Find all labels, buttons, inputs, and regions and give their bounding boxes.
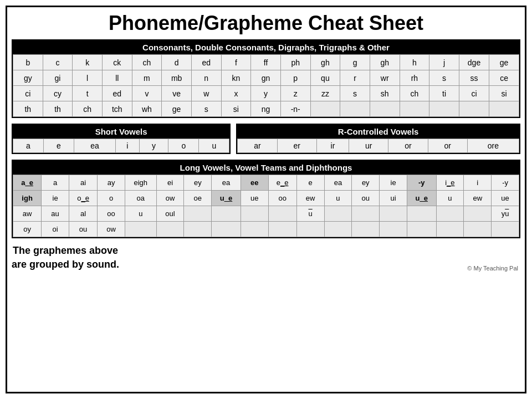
consonant-cell: si <box>221 101 251 117</box>
long-vowel-cell <box>492 222 519 237</box>
long-vowel-cell: o_e <box>69 191 97 206</box>
copyright: © My Teaching Pal <box>467 265 520 272</box>
consonant-cell <box>429 101 459 117</box>
consonant-cell: wh <box>132 101 162 117</box>
consonants-section: Consonants, Double Consonants, Digraphs,… <box>12 39 520 118</box>
consonant-cell: ng <box>251 101 281 117</box>
long-vowel-cell <box>464 206 492 222</box>
consonant-cell: d <box>162 55 192 70</box>
long-vowel-cell <box>380 206 407 222</box>
long-vowel-cell: oo <box>98 206 125 222</box>
consonant-cell: ce <box>489 70 519 86</box>
long-vowel-cell <box>296 222 324 237</box>
consonant-cell: f <box>221 55 251 70</box>
long-vowel-cell: ie <box>380 175 407 191</box>
short-vowel-cell: a <box>13 139 44 153</box>
consonant-cell: ed <box>102 86 132 101</box>
long-vowel-cell <box>324 206 352 222</box>
long-vowel-cell: ew <box>464 191 492 206</box>
long-vowel-cell: ea <box>324 175 352 191</box>
r-controlled-cell: ir <box>316 139 349 153</box>
consonants-grid: bckckchdedfffphghgghhjdgegegygilllmmbnkn… <box>13 54 519 117</box>
long-vowel-cell: ie <box>42 191 69 206</box>
short-vowel-cell: o <box>168 139 199 153</box>
long-vowel-cell: igh <box>13 191 42 206</box>
consonant-cell: dge <box>459 55 489 70</box>
long-vowel-cell: ue <box>492 191 519 206</box>
long-vowel-cell <box>268 206 296 222</box>
consonant-cell: ve <box>162 86 192 101</box>
consonant-cell: tch <box>102 101 132 117</box>
long-vowel-cell <box>212 206 241 222</box>
long-vowel-cell: oe <box>184 191 212 206</box>
consonant-cell: s <box>340 86 370 101</box>
consonant-cell: gh <box>370 55 400 70</box>
consonant-cell: ss <box>459 70 489 86</box>
short-vowels-section: Short Vowels aeeaiyou <box>12 124 231 154</box>
long-vowel-cell: u <box>125 206 156 222</box>
long-vowel-cell: ai <box>69 175 97 191</box>
consonant-cell: ck <box>102 55 132 70</box>
long-vowel-cell: e_e <box>268 175 296 191</box>
long-vowel-cell: ow <box>156 191 184 206</box>
long-vowel-cell: al <box>69 206 97 222</box>
short-vowels-header: Short Vowels <box>13 125 229 139</box>
long-vowel-cell <box>352 206 380 222</box>
consonant-cell: ph <box>280 55 310 70</box>
consonant-cell: s <box>429 70 459 86</box>
long-vowel-cell: ea <box>212 175 241 191</box>
consonant-cell: th <box>13 101 43 117</box>
long-vowel-cell <box>241 206 268 222</box>
consonant-cell: ch <box>132 55 162 70</box>
long-vowel-cell <box>125 222 156 237</box>
long-vowel-cell: oa <box>125 191 156 206</box>
long-vowel-cell: a_e <box>13 175 42 191</box>
main-title: Phoneme/Grapheme Cheat Sheet <box>12 12 520 35</box>
consonant-cell <box>310 101 340 117</box>
long-vowel-cell: ei <box>156 175 184 191</box>
short-vowel-cell: y <box>139 139 168 153</box>
consonants-header: Consonants, Double Consonants, Digraphs,… <box>13 40 519 54</box>
consonant-cell: p <box>280 70 310 86</box>
long-vowel-cell: eigh <box>125 175 156 191</box>
consonant-cell <box>459 101 489 117</box>
long-vowels-section: Long Vowels, Vowel Teams and Diphthongs … <box>12 160 520 238</box>
long-vowel-cell: -y <box>407 175 436 191</box>
long-vowel-cell <box>241 222 268 237</box>
consonant-cell: ed <box>191 55 221 70</box>
long-vowel-cell: ou <box>69 222 97 237</box>
r-controlled-section: R-Controlled Vowels arerirurororore <box>236 124 520 154</box>
consonant-cell: ll <box>102 70 132 86</box>
long-vowel-cell <box>407 206 436 222</box>
long-vowel-cell: oul <box>156 206 184 222</box>
long-vowel-cell: u_e <box>212 191 241 206</box>
r-controlled-cell: ar <box>238 139 277 153</box>
long-vowel-cell <box>352 222 380 237</box>
consonant-cell: wr <box>370 70 400 86</box>
r-controlled-cell: er <box>277 139 316 153</box>
r-controlled-cell: or <box>388 139 428 153</box>
long-vowels-grid: a_eaaiayeigheieyeaeee_eeeaeyie-yi_ei-yig… <box>13 175 519 237</box>
consonant-cell: b <box>13 55 43 70</box>
long-vowel-cell: -y <box>492 175 519 191</box>
long-vowel-cell: a <box>42 175 69 191</box>
long-vowel-cell <box>407 222 436 237</box>
long-vowel-cell: i <box>464 175 492 191</box>
long-vowel-cell: ou <box>352 191 380 206</box>
consonant-cell: ch <box>73 101 103 117</box>
consonant-cell: x <box>221 86 251 101</box>
long-vowel-cell: o <box>98 191 125 206</box>
long-vowel-cell: u_e <box>407 191 436 206</box>
short-vowel-cell: u <box>199 139 229 153</box>
consonant-cell <box>340 101 370 117</box>
consonant-cell: v <box>132 86 162 101</box>
consonant-cell <box>370 101 400 117</box>
consonant-cell <box>400 101 429 117</box>
long-vowel-cell: oo <box>268 191 296 206</box>
long-vowel-cell <box>156 222 184 237</box>
long-vowel-cell: ew <box>296 191 324 206</box>
consonant-cell: ch <box>400 86 429 101</box>
long-vowel-cell <box>436 222 464 237</box>
short-vowel-cell: i <box>116 139 140 153</box>
r-controlled-header: R-Controlled Vowels <box>237 125 519 139</box>
